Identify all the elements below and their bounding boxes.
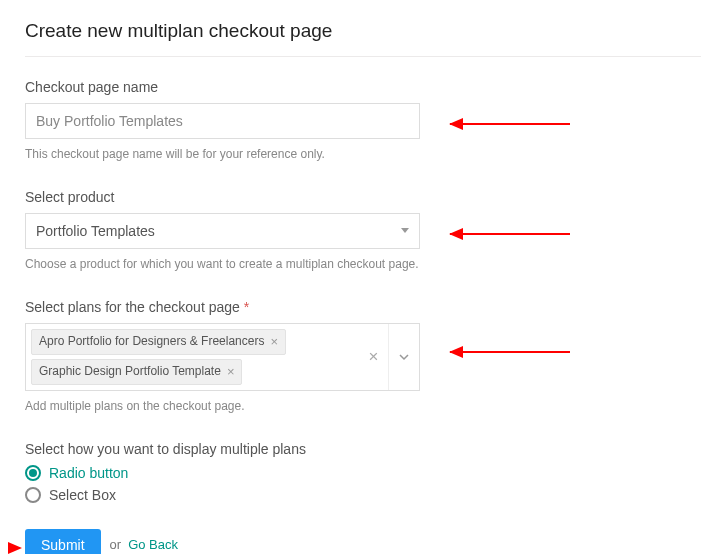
radio-option-radio-button[interactable]: Radio button (25, 465, 701, 481)
annotation-arrow-icon (450, 351, 570, 353)
chevron-down-icon (398, 351, 410, 363)
checkout-name-help: This checkout page name will be for your… (25, 146, 701, 163)
field-select-plans: Select plans for the checkout page * Apr… (25, 299, 701, 415)
product-help: Choose a product for which you want to c… (25, 256, 701, 273)
required-asterisk: * (244, 299, 249, 315)
dropdown-toggle[interactable] (389, 324, 419, 390)
form-actions: Submit or Go Back (25, 529, 701, 554)
checkout-name-label: Checkout page name (25, 79, 701, 95)
page-title: Create new multiplan checkout page (25, 20, 701, 57)
field-display-mode: Select how you want to display multiple … (25, 441, 701, 503)
radio-icon (25, 465, 41, 481)
plans-chips-area: Apro Portfolio for Designers & Freelance… (26, 324, 359, 390)
remove-chip-icon[interactable]: × (227, 363, 235, 381)
remove-chip-icon[interactable]: × (270, 333, 278, 351)
radio-icon (25, 487, 41, 503)
radio-option-select-box[interactable]: Select Box (25, 487, 701, 503)
plan-chip: Graphic Design Portfolio Template × (31, 359, 242, 385)
checkout-name-input[interactable] (25, 103, 420, 139)
plans-help: Add multiple plans on the checkout page. (25, 398, 701, 415)
radio-label-text: Select Box (49, 487, 116, 503)
plans-label: Select plans for the checkout page * (25, 299, 701, 315)
display-label: Select how you want to display multiple … (25, 441, 701, 457)
field-select-product: Select product Portfolio Templates Choos… (25, 189, 701, 273)
chevron-down-icon (401, 228, 409, 233)
submit-button[interactable]: Submit (25, 529, 101, 554)
annotation-arrow-icon (450, 123, 570, 125)
plans-multiselect[interactable]: Apro Portfolio for Designers & Freelance… (25, 323, 420, 391)
or-text: or (110, 537, 122, 552)
product-select[interactable]: Portfolio Templates (25, 213, 420, 249)
product-label: Select product (25, 189, 701, 205)
plan-chip: Apro Portfolio for Designers & Freelance… (31, 329, 286, 355)
field-checkout-name: Checkout page name This checkout page na… (25, 79, 701, 163)
go-back-link[interactable]: Go Back (128, 537, 178, 552)
annotation-arrow-icon (450, 233, 570, 235)
annotation-arrow-icon (8, 542, 22, 554)
radio-label-text: Radio button (49, 465, 128, 481)
product-select-value: Portfolio Templates (36, 223, 155, 239)
clear-all-icon[interactable]: × (359, 324, 389, 390)
